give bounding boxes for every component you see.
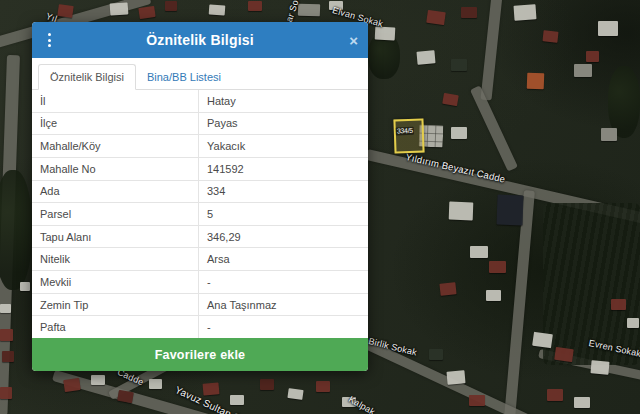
map-building: [590, 360, 609, 375]
map-building: [514, 4, 537, 20]
row-label: Tapu Alanı: [32, 226, 198, 248]
map-building: [230, 395, 244, 405]
map-building: [527, 73, 545, 90]
parcel-badge: 334/5: [396, 127, 414, 136]
row-value: 334: [198, 181, 368, 203]
row-label: Parsel: [32, 203, 198, 225]
map-building: [601, 128, 617, 141]
map-building: [611, 299, 626, 310]
row-label: Zemin Tip: [32, 294, 198, 316]
map-building: [165, 1, 177, 11]
map-building: [627, 318, 639, 328]
map-building: [57, 4, 74, 18]
tab-bina-bb-listesi[interactable]: Bina/BB Listesi: [136, 65, 232, 89]
map-building: [416, 50, 435, 65]
row-label: Mahalle No: [32, 158, 198, 180]
map-building: [248, 1, 262, 11]
map-building: [138, 6, 155, 19]
map-building: [574, 64, 592, 77]
close-icon[interactable]: ×: [349, 33, 358, 48]
map-building: [91, 375, 105, 385]
table-row: Mahalle No 141592: [32, 158, 368, 181]
map-building: [375, 26, 396, 40]
table-row: Nitelik Arsa: [32, 248, 368, 271]
map-building: [489, 261, 506, 273]
attribute-table: İl Hatay İlçe Payas Mahalle/Köy Yakacık …: [32, 90, 368, 338]
row-value: Hatay: [198, 90, 368, 112]
table-row: Pafta -: [32, 316, 368, 338]
map-building: [0, 329, 13, 341]
row-value: 5: [198, 203, 368, 225]
map-building: [442, 93, 459, 106]
map-building: [598, 21, 618, 36]
map-building: [451, 59, 467, 71]
add-to-favorites-button[interactable]: Favorilere ekle: [32, 338, 368, 371]
row-value: -: [198, 316, 368, 338]
table-row: Zemin Tip Ana Taşınmaz: [32, 294, 368, 317]
map-building: [203, 382, 220, 395]
table-row: Mevkii -: [32, 271, 368, 294]
map-building: [470, 246, 488, 258]
tab-bar: Öznitelik Bilgisi Bina/BB Listesi: [32, 58, 368, 90]
row-label: Mahalle/Köy: [32, 135, 198, 157]
map-building: [0, 387, 12, 399]
map-building: [63, 378, 81, 392]
map-building: [209, 4, 226, 15]
map-building: [316, 381, 330, 392]
map-building: [149, 379, 162, 389]
map-building: [542, 30, 558, 43]
map-building: [486, 290, 501, 301]
map-building: [298, 4, 320, 17]
map-building: [554, 347, 574, 362]
table-row: Ada 334: [32, 181, 368, 204]
map-building: [117, 390, 134, 403]
map-building: [449, 202, 474, 221]
row-label: Ada: [32, 181, 198, 203]
row-value: 141592: [198, 158, 368, 180]
map-road: [481, 0, 503, 101]
row-value: -: [198, 271, 368, 293]
map-building: [287, 388, 303, 400]
table-row: Mahalle/Köy Yakacık: [32, 135, 368, 158]
row-value: 346,29: [198, 226, 368, 248]
map-building: [451, 127, 467, 139]
row-value: Yakacık: [198, 135, 368, 157]
modal-title: Öznitelik Bilgisi: [32, 32, 368, 48]
map-building: [260, 379, 274, 390]
map-building: [446, 370, 465, 385]
trees-patch: [0, 170, 32, 290]
selected-parcel-highlight[interactable]: 334/5: [393, 118, 424, 153]
tab-oznitelik-bilgisi[interactable]: Öznitelik Bilgisi: [38, 64, 136, 90]
map-building: [469, 395, 485, 406]
map-building: [574, 397, 590, 408]
table-row: Parsel 5: [32, 203, 368, 226]
row-label: İlçe: [32, 113, 198, 135]
row-value: Arsa: [198, 248, 368, 270]
row-value: Payas: [198, 113, 368, 135]
modal-header: Öznitelik Bilgisi ×: [32, 22, 368, 58]
map-building: [547, 389, 563, 401]
map-building: [586, 51, 599, 62]
table-row: Tapu Alanı 346,29: [32, 226, 368, 249]
map-road: [470, 85, 518, 171]
row-label: Pafta: [32, 316, 198, 338]
row-value: Ana Taşınmaz: [198, 294, 368, 316]
map-building: [439, 282, 456, 296]
app-window: Elvan Sokak ar So Yıl Yıldırım Beyazıt C…: [0, 0, 640, 414]
map-building: [532, 332, 553, 349]
map-building: [426, 10, 446, 25]
map-building: [496, 195, 523, 226]
map-building: [2, 351, 14, 362]
map-building: [429, 349, 443, 360]
attribute-info-modal: Öznitelik Bilgisi × Öznitelik Bilgisi Bi…: [32, 22, 368, 371]
map-building: [110, 2, 129, 15]
row-label: Nitelik: [32, 248, 198, 270]
table-row: İl Hatay: [32, 90, 368, 113]
map-building: [0, 304, 11, 313]
map-building: [20, 282, 30, 291]
row-label: Mevkii: [32, 271, 198, 293]
street-label-kalpak: Kalpak: [347, 394, 377, 414]
table-row: İlçe Payas: [32, 113, 368, 136]
row-label: İl: [32, 90, 198, 112]
map-building: [461, 7, 477, 18]
